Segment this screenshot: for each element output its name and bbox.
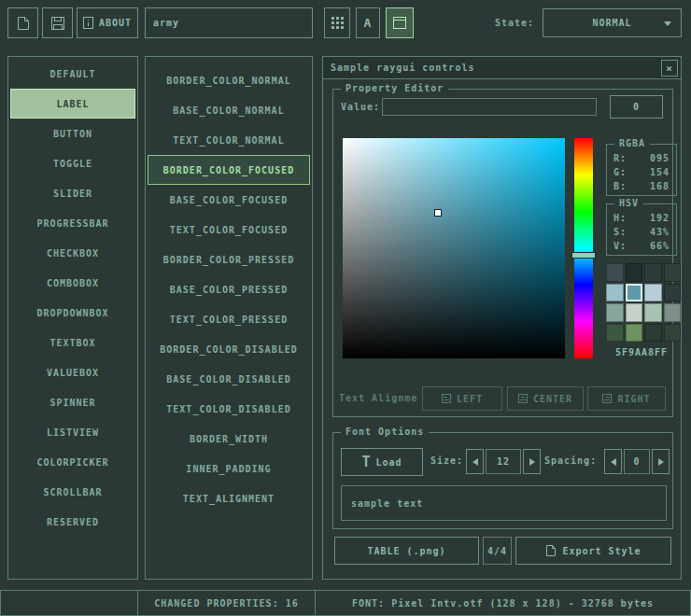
- value-button[interactable]: 0: [610, 95, 663, 119]
- toolbar: ABOUT A State: NORMAL: [0, 0, 691, 45]
- font-A-icon: A: [364, 16, 373, 30]
- property-list-item[interactable]: BORDER_COLOR_PRESSED: [146, 245, 312, 274]
- load-font-button[interactable]: T Load: [341, 448, 423, 476]
- palette-swatch[interactable]: [664, 263, 682, 282]
- property-list-item[interactable]: TEXT_COLOR_FOCUSED: [146, 215, 312, 245]
- window-view-button[interactable]: [386, 7, 414, 38]
- align-left-button[interactable]: LEFT: [422, 386, 502, 411]
- control-list-item-selected[interactable]: LABEL: [10, 89, 135, 119]
- value-input[interactable]: [382, 98, 597, 116]
- size-increment-button[interactable]: [523, 449, 541, 474]
- color-cursor[interactable]: [434, 209, 442, 217]
- font-view-button[interactable]: A: [356, 7, 380, 38]
- sample-text-input[interactable]: sample text: [341, 485, 667, 521]
- control-list-item[interactable]: COLORPICKER: [8, 447, 137, 477]
- control-list-item[interactable]: RESERVED: [8, 507, 137, 537]
- palette-swatch[interactable]: [664, 284, 682, 302]
- align-right-button[interactable]: RIGHT: [587, 386, 666, 411]
- arrow-right-icon: [529, 458, 535, 466]
- control-list-item[interactable]: SPINNER: [8, 387, 137, 417]
- hsv-v-row: V: 66%: [607, 239, 676, 253]
- property-editor-group: Property Editor Value: 0 RGBA R: 095: [332, 89, 673, 417]
- spacing-decrement-button[interactable]: [604, 449, 622, 474]
- style-name-input[interactable]: [145, 7, 313, 38]
- value-button-label: 0: [633, 102, 640, 112]
- control-list-item[interactable]: BUTTON: [8, 119, 137, 148]
- palette-swatch[interactable]: [606, 303, 624, 322]
- palette-swatch[interactable]: [644, 284, 662, 302]
- export-style-button[interactable]: Export Style: [515, 537, 671, 565]
- spacing-increment-button[interactable]: [652, 449, 670, 474]
- property-list-item[interactable]: BASE_COLOR_NORMAL: [146, 95, 312, 125]
- control-list-item[interactable]: SLIDER: [8, 178, 137, 208]
- state-dropdown[interactable]: NORMAL: [543, 8, 682, 37]
- control-list-item[interactable]: CHECKBOX: [8, 238, 137, 268]
- property-list-item[interactable]: BASE_COLOR_PRESSED: [146, 274, 312, 304]
- file-new-button[interactable]: [7, 7, 38, 38]
- b-label: B:: [613, 179, 627, 193]
- h-label: H:: [613, 211, 627, 225]
- property-list-item[interactable]: BASE_COLOR_DISABLED: [146, 364, 312, 394]
- control-list-item[interactable]: DEFAULT: [8, 59, 137, 89]
- hue-slider-handle[interactable]: [571, 252, 596, 259]
- palette-swatch[interactable]: [664, 324, 682, 343]
- property-list-item[interactable]: TEXT_COLOR_NORMAL: [146, 125, 312, 155]
- sample-text-value: sample text: [351, 498, 423, 509]
- property-list-item[interactable]: TEXT_COLOR_PRESSED: [146, 304, 312, 334]
- property-list-item[interactable]: BORDER_COLOR_NORMAL: [146, 65, 312, 95]
- control-list-item[interactable]: TEXTBOX: [8, 328, 137, 357]
- file-save-button[interactable]: [42, 7, 73, 38]
- property-list-item[interactable]: TEXT_COLOR_DISABLED: [146, 394, 312, 424]
- align-center-button[interactable]: CENTER: [507, 386, 584, 411]
- rgba-r-row: R: 095: [607, 151, 676, 165]
- property-list-item-selected[interactable]: BORDER_COLOR_FOCUSED: [148, 155, 310, 185]
- palette-swatch[interactable]: [664, 303, 682, 322]
- palette-swatch-selected[interactable]: [626, 284, 643, 302]
- grid-icon: [331, 17, 344, 29]
- palette-swatch[interactable]: [644, 263, 662, 282]
- control-list-item[interactable]: LISTVIEW: [8, 417, 137, 447]
- font-options-group: Font Options T Load Size: 12 Spacing: 0: [332, 432, 673, 529]
- arrow-left-icon: [472, 458, 478, 466]
- g-label: G:: [613, 165, 627, 179]
- control-list-item[interactable]: DROPDOWNBOX: [8, 298, 137, 328]
- window-titlebar[interactable]: Sample raygui controls: [323, 57, 681, 79]
- status-bar: CHANGED PROPERTIES: 16 FONT: Pixel Intv.…: [0, 590, 691, 616]
- state-dropdown-value: NORMAL: [592, 18, 631, 28]
- property-list-item[interactable]: BORDER_COLOR_DISABLED: [146, 334, 312, 364]
- palette-swatch[interactable]: [626, 303, 643, 322]
- property-list-item[interactable]: TEXT_ALIGNMENT: [146, 483, 312, 513]
- palette-swatch[interactable]: [606, 284, 624, 302]
- palette-swatch[interactable]: [626, 263, 643, 282]
- palette-swatch[interactable]: [626, 324, 643, 343]
- align-right-label: RIGHT: [617, 394, 650, 404]
- about-button[interactable]: ABOUT: [77, 7, 138, 38]
- control-list-item[interactable]: VALUEBOX: [8, 357, 137, 387]
- grid-view-button[interactable]: [324, 7, 350, 38]
- palette-swatch[interactable]: [644, 303, 662, 322]
- property-list-item[interactable]: BORDER_WIDTH: [146, 424, 312, 454]
- hue-slider[interactable]: [574, 138, 593, 358]
- g-value: 154: [650, 165, 670, 179]
- palette-swatch[interactable]: [644, 324, 662, 343]
- hsv-h-row: H: 192: [607, 211, 676, 225]
- property-list-item[interactable]: BASE_COLOR_FOCUSED: [146, 185, 312, 215]
- control-list-item[interactable]: TOGGLE: [8, 148, 137, 178]
- control-list-item[interactable]: COMBOBOX: [8, 268, 137, 298]
- state-label: State:: [495, 7, 534, 38]
- color-saturation-value-panel[interactable]: [343, 138, 565, 358]
- palette-swatch[interactable]: [606, 263, 624, 282]
- table-png-button[interactable]: TABLE (.png): [334, 537, 479, 565]
- control-list-item[interactable]: PROGRESSBAR: [8, 208, 137, 238]
- s-label: S:: [613, 225, 627, 239]
- rguistyler-app: ABOUT A State: NORMAL DEFAULT LABEL BUTT…: [0, 0, 691, 616]
- align-right-icon: [602, 394, 612, 403]
- control-list-item[interactable]: SCROLLBAR: [8, 477, 137, 507]
- size-decrement-button[interactable]: [466, 449, 484, 474]
- palette-swatch[interactable]: [606, 324, 624, 343]
- hsv-s-row: S: 43%: [607, 225, 676, 239]
- r-label: R:: [613, 151, 627, 165]
- close-button[interactable]: ×: [661, 60, 678, 77]
- property-list-item[interactable]: INNER_PADDING: [146, 454, 312, 483]
- color-palette: [606, 263, 681, 342]
